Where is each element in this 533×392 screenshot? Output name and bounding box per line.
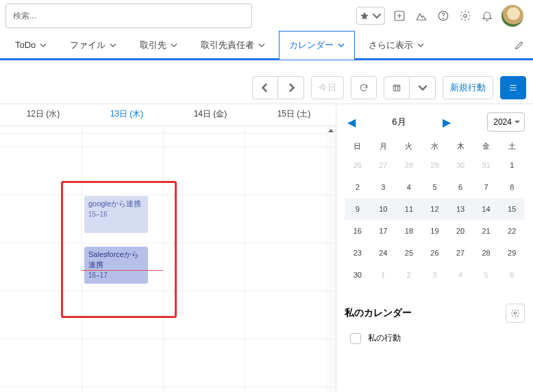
mini-cal-day[interactable]: 7 xyxy=(473,176,499,198)
side-panel-toggle[interactable] xyxy=(500,76,526,99)
mini-cal-day[interactable]: 19 xyxy=(422,220,448,242)
mini-cal-day[interactable]: 27 xyxy=(371,154,397,176)
mini-cal-day[interactable]: 17 xyxy=(371,220,397,242)
mini-cal-next[interactable]: ▶ xyxy=(440,115,454,129)
favorites-button[interactable] xyxy=(356,7,385,25)
mini-cal-month: 6月 xyxy=(392,116,406,128)
scroll-up-arrow[interactable] xyxy=(326,126,336,392)
mini-cal-day[interactable]: 1 xyxy=(499,154,525,176)
object-tab-bar: ToDo ファイル 取引先 取引先責任者 カレンダー さらに表示 xyxy=(0,32,533,60)
mini-cal-day[interactable]: 29 xyxy=(499,242,525,264)
next-period-button[interactable] xyxy=(278,76,304,99)
setup-gear-icon[interactable] xyxy=(458,8,473,23)
mini-cal-day[interactable]: 3 xyxy=(422,264,448,286)
day-header: 14日 (金) xyxy=(169,104,252,125)
mini-cal-prev[interactable]: ◀ xyxy=(345,115,358,129)
my-calendars-settings[interactable] xyxy=(506,304,525,323)
chevron-down-icon xyxy=(258,42,265,49)
weekday-label: 木 xyxy=(447,138,473,154)
chevron-down-icon xyxy=(110,42,116,49)
tab-files[interactable]: ファイル xyxy=(60,31,126,60)
mini-cal-day[interactable]: 30 xyxy=(447,154,473,176)
weekday-label: 土 xyxy=(499,138,525,154)
mini-cal-day[interactable]: 1 xyxy=(371,264,397,286)
mini-cal-day[interactable]: 3 xyxy=(371,176,397,198)
mini-cal-day[interactable]: 4 xyxy=(447,264,473,286)
edit-nav-icon[interactable] xyxy=(514,40,525,51)
tab-label: さらに表示 xyxy=(369,39,413,51)
mini-cal-day[interactable]: 29 xyxy=(422,154,448,176)
mini-cal-day[interactable]: 5 xyxy=(422,176,448,198)
mini-cal-day[interactable]: 21 xyxy=(473,220,499,242)
tab-calendar[interactable]: カレンダー xyxy=(279,31,355,60)
tab-label: ToDo xyxy=(15,40,36,50)
mini-cal-day[interactable]: 18 xyxy=(396,220,422,242)
mini-cal-day[interactable]: 2 xyxy=(396,264,422,286)
my-events-label: 私の行動 xyxy=(368,332,401,344)
mini-cal-day[interactable]: 22 xyxy=(499,220,525,242)
annotation-highlight-box xyxy=(61,181,177,318)
mini-cal-day[interactable]: 16 xyxy=(345,220,371,242)
star-icon xyxy=(360,11,369,21)
user-avatar[interactable] xyxy=(501,5,523,27)
view-switcher-dropdown[interactable] xyxy=(410,76,436,99)
day-header: 13日 (木) xyxy=(85,104,169,125)
mini-cal-day[interactable]: 11 xyxy=(396,198,422,220)
mini-cal-day[interactable]: 28 xyxy=(473,242,499,264)
notifications-bell-icon[interactable] xyxy=(480,8,495,23)
refresh-button[interactable] xyxy=(351,76,377,99)
mini-cal-year-select[interactable]: 2024 xyxy=(487,112,525,132)
weekday-label: 金 xyxy=(473,138,499,154)
mini-cal-day[interactable]: 25 xyxy=(396,242,422,264)
tab-contacts[interactable]: 取引先責任者 xyxy=(191,31,275,60)
mini-cal-day[interactable]: 6 xyxy=(447,176,473,198)
mini-cal-day[interactable]: 23 xyxy=(345,242,371,264)
mini-cal-day[interactable]: 28 xyxy=(396,154,422,176)
help-icon[interactable] xyxy=(436,8,451,23)
tab-accounts[interactable]: 取引先 xyxy=(130,31,187,60)
chevron-down-icon xyxy=(338,42,345,49)
mini-cal-day[interactable]: 9 xyxy=(345,198,371,220)
view-switcher-button[interactable] xyxy=(384,76,410,99)
mini-cal-day[interactable]: 4 xyxy=(396,176,422,198)
trailhead-icon[interactable] xyxy=(414,8,429,23)
my-calendars-heading: 私のカレンダー xyxy=(345,307,412,319)
weekday-label: 日 xyxy=(345,138,371,154)
mini-cal-day[interactable]: 12 xyxy=(422,198,448,220)
mini-cal-day[interactable]: 10 xyxy=(371,198,397,220)
mini-cal-day[interactable]: 30 xyxy=(345,264,371,286)
tab-label: カレンダー xyxy=(289,39,334,51)
today-button[interactable]: 今日 xyxy=(311,76,344,99)
mini-cal-day[interactable]: 31 xyxy=(473,154,499,176)
day-header: 12日 (水) xyxy=(1,104,85,125)
mini-cal-day[interactable]: 24 xyxy=(371,242,397,264)
svg-point-3 xyxy=(464,14,467,18)
mini-cal-day[interactable]: 20 xyxy=(447,220,473,242)
mini-cal-day[interactable]: 26 xyxy=(422,242,448,264)
tab-label: ファイル xyxy=(70,39,106,51)
mini-cal-day[interactable]: 26 xyxy=(345,154,371,176)
mini-cal-day[interactable]: 14 xyxy=(473,198,499,220)
tab-todo[interactable]: ToDo xyxy=(5,31,56,60)
prev-period-button[interactable] xyxy=(252,76,278,99)
mini-cal-day[interactable]: 6 xyxy=(499,264,525,286)
weekday-label: 火 xyxy=(396,138,422,154)
add-icon[interactable] xyxy=(392,8,407,23)
weekday-label: 水 xyxy=(422,138,448,154)
svg-point-2 xyxy=(443,18,444,19)
chevron-down-icon xyxy=(171,42,177,49)
mini-cal-day[interactable]: 2 xyxy=(345,176,371,198)
my-events-checkbox[interactable] xyxy=(350,333,361,344)
mini-cal-day[interactable]: 5 xyxy=(473,264,499,286)
global-search-input[interactable] xyxy=(5,3,252,28)
mini-cal-day[interactable]: 8 xyxy=(499,176,525,198)
mini-cal-day[interactable]: 13 xyxy=(447,198,473,220)
mini-cal-day[interactable]: 27 xyxy=(447,242,473,264)
chevron-down-icon xyxy=(40,42,47,49)
new-event-button[interactable]: 新規行動 xyxy=(443,76,493,99)
tab-label: 取引先 xyxy=(140,39,166,51)
tab-more[interactable]: さらに表示 xyxy=(359,31,434,60)
svg-rect-4 xyxy=(393,84,399,90)
mini-cal-day[interactable]: 15 xyxy=(499,198,525,220)
weekday-label: 月 xyxy=(371,138,397,154)
